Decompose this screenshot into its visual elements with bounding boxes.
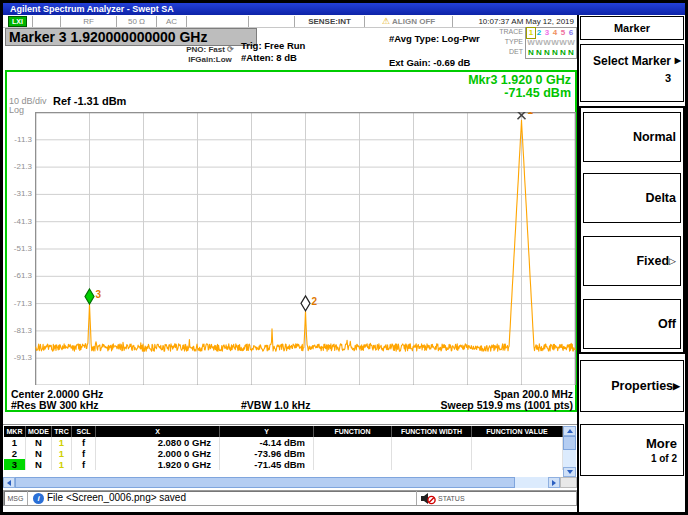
table-scroll-down-button[interactable] xyxy=(563,467,576,477)
table-scroll-right-button[interactable] xyxy=(548,477,560,488)
trigger-label: Trig: Free Run xyxy=(241,40,305,52)
table-header-scl: SCL xyxy=(72,426,96,437)
delta-label: Delta xyxy=(645,191,676,205)
cell-x: 1.920 0 GHz xyxy=(96,459,220,470)
lxi-indicator: LXI xyxy=(3,16,33,27)
scroll-left-icon xyxy=(7,480,11,486)
align-warning-icon: ⚠ xyxy=(382,16,390,26)
trace-det-4: N xyxy=(551,48,559,58)
trace-det-6: N xyxy=(567,48,575,58)
cell-mode: N xyxy=(26,459,52,470)
spectrum-graph: Mkr3 1.920 0 GHz -71.45 dBm 10 dB/div Lo… xyxy=(5,70,577,412)
trace-type-2: W xyxy=(535,38,543,48)
align-text: ALIGN OFF xyxy=(392,17,435,26)
scroll-up-icon xyxy=(567,429,573,433)
cell-function_value xyxy=(472,448,563,459)
status-spacer-2 xyxy=(187,16,249,27)
trace-numbers-row: 123456 xyxy=(527,28,575,38)
trace-number-4: 4 xyxy=(551,28,559,38)
align-indicator: ⚠ ALIGN OFF xyxy=(365,16,453,27)
fixed-button[interactable]: Fixed▷ xyxy=(583,236,681,286)
marker-table: MKRMODETRCSCLXYFUNCTIONFUNCTION WIDTHFUN… xyxy=(3,424,577,477)
table-header-function-value: FUNCTION VALUE xyxy=(472,426,563,437)
status-label: STATUS xyxy=(438,495,465,502)
pno-loop-icon: ⟳ xyxy=(227,45,234,54)
table-hscrollbar xyxy=(3,477,577,488)
type-label: TYPE xyxy=(491,37,523,47)
table-header-trc: TRC xyxy=(52,426,72,437)
info-icon: i xyxy=(33,493,44,504)
message-text: File <Screen_0006.png> saved xyxy=(47,492,186,503)
avg-type-label: #Avg Type: Log-Pwr xyxy=(389,33,480,45)
table-hscroll-thumb[interactable] xyxy=(15,477,515,488)
trace-det-1: N xyxy=(527,48,535,58)
cell-mode: N xyxy=(26,448,52,459)
marker-peak-readout: Mkr3 1.920 0 GHz -71.45 dBm xyxy=(468,74,571,100)
trace-type-1: W xyxy=(527,38,535,48)
sweep-label: Sweep 519.9 ms (1001 pts) xyxy=(441,399,574,411)
y-tick--11.3: -11.3 xyxy=(7,135,32,144)
cell-trc: 1 xyxy=(52,448,72,459)
y-tick--61.3: -61.3 xyxy=(7,271,32,280)
table-header-function: FUNCTION xyxy=(314,426,392,437)
cell-x: 2.080 0 GHz xyxy=(96,437,220,448)
active-function-readout: Marker 3 1.920000000000 GHz xyxy=(5,28,257,46)
trace-number-2: 2 xyxy=(535,28,543,38)
marker-1-label: 1 xyxy=(528,112,534,116)
scale-type-label: Log xyxy=(9,105,24,115)
select-marker-value: 3 xyxy=(581,72,683,84)
cell-scl: f xyxy=(72,448,96,459)
scroll-down-icon xyxy=(567,470,573,474)
table-vscroll-thumb[interactable] xyxy=(563,436,576,450)
scrollbar-corner xyxy=(560,477,577,488)
pno-label: PNO: Fast xyxy=(186,45,225,54)
trace-type-4: W xyxy=(551,38,559,48)
marker-table-row-1[interactable]: 1N1f2.080 0 GHz-4.14 dBm xyxy=(4,437,563,448)
delta-button[interactable]: Delta xyxy=(583,173,681,223)
table-scroll-up-button[interactable] xyxy=(563,426,576,436)
trace-legend-values: 123456 WWWWWW NNNNNN xyxy=(525,27,577,59)
select-marker-button[interactable]: Select Marker▶ 3 xyxy=(580,44,684,102)
off-button[interactable]: Off xyxy=(583,299,681,349)
fixed-label: Fixed xyxy=(636,254,669,268)
lxi-icon: LXI xyxy=(8,16,27,27)
coupling-indicator: AC xyxy=(157,16,187,27)
cell-mkr: 2 xyxy=(4,448,26,459)
table-header-mkr: MKR xyxy=(4,426,26,437)
normal-button[interactable]: Normal xyxy=(583,112,681,162)
more-button[interactable]: More 1 of 2 xyxy=(580,424,684,476)
marker-table-row-2[interactable]: 2N1f2.000 0 GHz-73.96 dBm xyxy=(4,448,563,459)
more-label: More xyxy=(646,436,677,451)
ext-gain-label: Ext Gain: -0.69 dB xyxy=(389,57,470,69)
res-bw-label: #Res BW 300 kHz xyxy=(11,399,99,411)
table-scroll-left-button[interactable] xyxy=(3,477,15,488)
normal-label: Normal xyxy=(633,130,676,144)
submenu-arrow-icon: ▶ xyxy=(675,56,681,65)
window-title: Agilent Spectrum Analyzer - Swept SA xyxy=(10,4,174,14)
trace-type-5: W xyxy=(559,38,567,48)
trace-legend-labels: TRACE TYPE DET xyxy=(491,27,525,59)
y-tick--91.3: -91.3 xyxy=(7,353,32,362)
message-bar: MSG iFile <Screen_0006.png> saved STATUS xyxy=(3,490,577,506)
marker-table-grid: MKRMODETRCSCLXYFUNCTIONFUNCTION WIDTHFUN… xyxy=(4,426,563,470)
trace-type-6: W xyxy=(567,38,575,48)
sense-indicator: SENSE:INT xyxy=(295,16,365,27)
table-header-function-width: FUNCTION WIDTH xyxy=(392,426,472,437)
cell-mode: N xyxy=(26,437,52,448)
properties-button[interactable]: Properties▶ xyxy=(580,360,684,412)
cell-function xyxy=(314,459,392,470)
y-tick--31.3: -31.3 xyxy=(7,189,32,198)
trace-detectors-row: NNNNNN xyxy=(527,48,575,58)
trace-type-3: W xyxy=(543,38,551,48)
trace-plot: 123 xyxy=(35,112,576,385)
annotation-row-1: Center 2.0000 GHz Span 200.0 MHz xyxy=(9,388,575,399)
cell-mkr: 1 xyxy=(4,437,26,448)
cell-y: -73.96 dBm xyxy=(220,448,314,459)
msg-label: MSG xyxy=(4,491,28,505)
marker-peak-amp: -71.45 dBm xyxy=(468,87,571,100)
cell-function_value xyxy=(472,437,563,448)
fixed-arrow-icon: ▷ xyxy=(669,256,676,266)
marker-table-row-3[interactable]: 3N1f1.920 0 GHz-71.45 dBm xyxy=(4,459,563,470)
cell-y: -71.45 dBm xyxy=(220,459,314,470)
trace-label: TRACE xyxy=(491,27,523,37)
